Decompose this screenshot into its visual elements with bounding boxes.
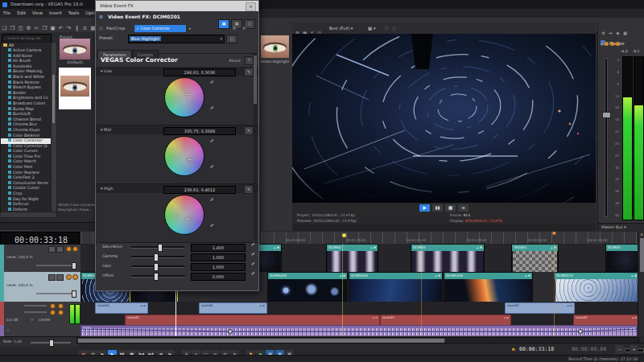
- pan-crop-tab[interactable]: Pan/Crop: [106, 26, 125, 31]
- master-fader-track[interactable]: [605, 58, 608, 217]
- slider-track[interactable]: [131, 256, 184, 258]
- audio-event[interactable]: sound2 ▴ ≡: [573, 315, 638, 326]
- level-slider[interactable]: [36, 293, 75, 294]
- eyedropper-icon[interactable]: ✎: [248, 262, 255, 270]
- audio-event[interactable]: sound1 ▴ ≡: [95, 302, 148, 314]
- fx-list-item[interactable]: Brightness and Co: [1, 96, 52, 101]
- audio-event[interactable]: sound1 ▴ ≡: [199, 302, 267, 314]
- fx-list-item[interactable]: Color Melt: [1, 165, 52, 171]
- solo-button[interactable]: [72, 246, 78, 252]
- fx-list-item[interactable]: Active Camera: [1, 48, 52, 54]
- preset-thumbnail-green[interactable]: [261, 35, 289, 58]
- scrollbar-thumb[interactable]: [254, 56, 257, 104]
- video-event[interactable]: DCIM04▴ ≡: [605, 244, 638, 274]
- menu-item[interactable]: Edit: [17, 10, 26, 15]
- fx-list-item[interactable]: Color Balance: [1, 134, 52, 139]
- slider-track[interactable]: [131, 275, 184, 278]
- fx-list-item[interactable]: Black Restore: [1, 80, 52, 86]
- fx-list-item[interactable]: Chroma Keyer: [1, 128, 52, 134]
- wheel-crosshair[interactable]: ✛: [184, 92, 189, 98]
- zoom-in-button[interactable]: +: [630, 345, 638, 354]
- slider-value-field[interactable]: 1,400: [191, 244, 246, 252]
- pan-value[interactable]: Center: [39, 318, 51, 322]
- slider-value-field[interactable]: 1,000: [191, 263, 246, 271]
- fx-list-vertical-scrollbar[interactable]: [51, 42, 57, 213]
- wheel-crosshair[interactable]: ✛: [187, 157, 192, 163]
- preview-quality-dropdown[interactable]: Best (Full) ▾: [329, 23, 353, 34]
- fx-list-item[interactable]: Burnt/Lift: [1, 112, 52, 117]
- preview-stop-button[interactable]: ■: [445, 204, 456, 212]
- audio-event[interactable]: sound1 ▴ ≡: [505, 302, 575, 314]
- color-wheel[interactable]: ✛: [164, 195, 204, 235]
- wheel-value-field[interactable]: 246,61; 0,3036: [163, 68, 236, 76]
- eyedropper-target-icon[interactable]: ✎: [244, 185, 254, 194]
- slider-track[interactable]: [131, 246, 184, 249]
- fx-knob[interactable]: [616, 42, 620, 46]
- overlay-grid-icon[interactable]: ▦: [366, 23, 374, 34]
- eyedropper-icon[interactable]: ✎: [248, 253, 255, 261]
- fx-list-item[interactable]: Black and White: [1, 75, 52, 80]
- slider-track[interactable]: [131, 265, 184, 268]
- video-event[interactable]: DCIM0205▴ ≡: [267, 272, 348, 303]
- solo-knob[interactable]: [610, 42, 614, 46]
- eyedropper-high-icon[interactable]: ✎: [209, 139, 214, 143]
- volume-value[interactable]: 0,0 dB: [6, 318, 18, 322]
- video-event[interactable]: DCIM0208▴ ≡: [444, 272, 533, 303]
- fx-list-item[interactable]: Autolooks: [1, 64, 52, 70]
- wheel-value-field[interactable]: 236,61; 0,4012: [163, 186, 236, 194]
- color-wheel[interactable]: ✛: [164, 136, 204, 176]
- music-track-header[interactable]: ≡: [0, 325, 80, 337]
- video-event[interactable]: DCIM0210▴ ≡: [554, 272, 638, 303]
- dialog-scrollbar[interactable]: [254, 54, 257, 241]
- mute-knob[interactable]: [50, 310, 56, 315]
- eyedropper-high-icon[interactable]: ✎: [209, 198, 214, 202]
- pan-knob[interactable]: [50, 303, 56, 309]
- preset-thumbnail-default[interactable]: [60, 39, 90, 60]
- video-event[interactable]: DCIM0206▴ ≡: [349, 272, 443, 303]
- rate-slider[interactable]: [31, 342, 71, 343]
- fx-list-item[interactable]: Broadcast Colors: [1, 101, 52, 107]
- close-icon[interactable]: ✕: [246, 2, 256, 11]
- slider-handle[interactable]: [154, 253, 159, 261]
- menu-item[interactable]: File: [3, 10, 10, 15]
- slider-handle[interactable]: [154, 263, 159, 271]
- eyedropper-low-icon[interactable]: ✎: [209, 165, 214, 169]
- fx-list-item[interactable]: Channel Blend: [1, 117, 52, 123]
- menu-item[interactable]: Tools: [68, 10, 80, 15]
- cursor-position-timecode[interactable]: 00:00:33:18: [519, 343, 554, 356]
- marker-icon[interactable]: [342, 233, 346, 237]
- mute-knob[interactable]: [605, 42, 609, 46]
- fx-list-horizontal-scrollbar[interactable]: [0, 212, 57, 218]
- preview-play-button[interactable]: ▶: [419, 204, 430, 212]
- fx-list-item[interactable]: Day for Night: [1, 197, 52, 203]
- fx-list-item[interactable]: Cookie Cutter: [1, 186, 52, 191]
- slider-value-field[interactable]: 1,000: [191, 253, 246, 261]
- help-button[interactable]: ?: [245, 56, 254, 65]
- video-event[interactable]: VEGAS1▴ ≡: [511, 244, 559, 274]
- plugin-chain-button[interactable]: ▣: [218, 19, 229, 29]
- eyedropper-low-icon[interactable]: ✎: [209, 106, 214, 110]
- slider-value-field[interactable]: 0,000: [191, 273, 246, 281]
- dialog-titlebar[interactable]: Video Event FX ✕: [96, 1, 258, 11]
- fx-list-item[interactable]: Color Corrector (S: [1, 144, 52, 150]
- fx-list-item[interactable]: Border: [1, 91, 52, 97]
- mute-button[interactable]: [66, 274, 72, 280]
- fx-list-item[interactable]: Color Flow Pro: [1, 154, 52, 160]
- mute-button[interactable]: [66, 246, 72, 252]
- fx-list-item[interactable]: Defocus: [1, 202, 52, 208]
- menu-item[interactable]: View: [32, 10, 43, 15]
- fx-knob[interactable]: [58, 303, 64, 309]
- track-motion-button[interactable]: [56, 246, 64, 253]
- fx-list-item[interactable]: Chroma Blur: [1, 122, 52, 128]
- video-track-1-header[interactable]: Level: 100,0 %: [0, 245, 80, 273]
- wheel-value-field[interactable]: 335,75; 0,3388: [163, 127, 236, 135]
- fx-list-item[interactable]: Color Corrector: [1, 138, 52, 144]
- fx-list-item[interactable]: Crop: [1, 191, 52, 197]
- collapse-icon[interactable]: ▾: [96, 127, 103, 132]
- audio-track-header[interactable]: 0,0 dB ▽ Center: [0, 302, 80, 326]
- save-preset-button[interactable]: ◫: [226, 35, 237, 43]
- checkbox-checked-icon[interactable]: ✓: [134, 27, 139, 31]
- color-corrector-chip[interactable]: ✓ Color Corrector: [134, 25, 186, 32]
- timeline-vertical-scrollbar[interactable]: ▲: [638, 232, 644, 336]
- scrollbar-thumb[interactable]: [640, 238, 644, 272]
